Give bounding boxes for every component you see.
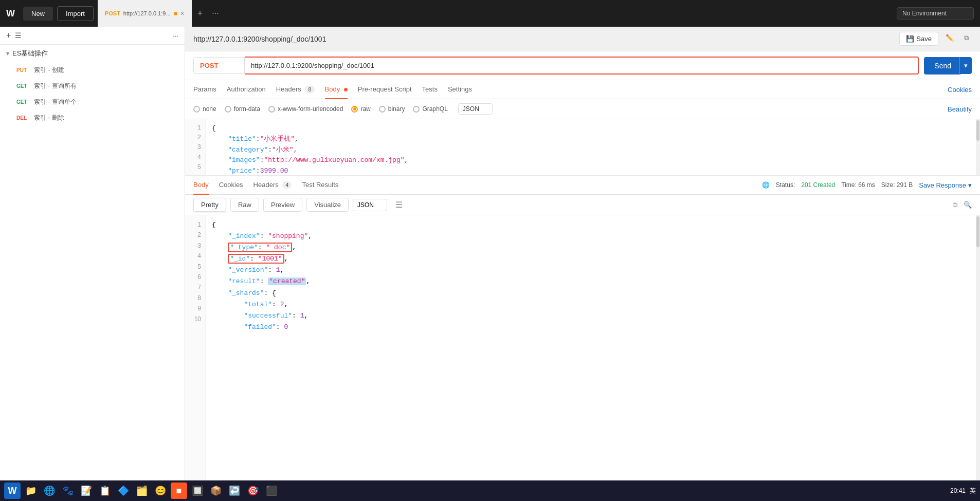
resp-line-10: "failed": 0 xyxy=(212,322,970,333)
copy-response-icon[interactable]: ⧉ xyxy=(953,201,957,209)
collection-item[interactable]: ▾ ES基础操作 xyxy=(0,45,185,62)
sidebar-item-put-index[interactable]: PUT 索引 - 创建 xyxy=(0,62,185,78)
radio-form-data xyxy=(225,106,231,113)
response-code: 12345 678910 { "_index": "shopping", "_t… xyxy=(185,215,980,480)
code-line-4: "images":"http://www.gulixueyuan.com/xm.… xyxy=(212,155,970,166)
format-pretty-button[interactable]: Pretty xyxy=(193,198,226,212)
sidebar-add-button[interactable]: + xyxy=(6,31,11,40)
response-format-row: Pretty Raw Preview Visualize JSON ☰ ⧉ 🔍 xyxy=(185,195,980,215)
taskbar-icon-app11[interactable]: 🎯 xyxy=(245,483,261,499)
body-format-select[interactable]: JSON xyxy=(458,103,493,115)
resp-line-4: "_id": "1001", xyxy=(212,253,970,265)
method-label-get: GET xyxy=(16,99,31,105)
resp-line-2: "_index": "shopping", xyxy=(212,231,970,242)
save-button[interactable]: 💾 Save xyxy=(899,32,938,46)
resp-line-6: "result": "created", xyxy=(212,276,970,287)
resp-scrollbar-thumb xyxy=(976,216,979,247)
format-visualize-button[interactable]: Visualize xyxy=(306,198,349,212)
body-type-raw[interactable]: raw xyxy=(351,105,370,113)
response-format-select[interactable]: JSON xyxy=(353,199,387,211)
send-dropdown-button[interactable]: ▾ xyxy=(959,57,972,74)
response-scrollbar[interactable] xyxy=(976,215,980,480)
editor-scrollbar[interactable] xyxy=(976,119,980,175)
sidebar-item-get-all[interactable]: GET 索引 - 查询所有 xyxy=(0,78,185,94)
sidebar-more-button[interactable]: ··· xyxy=(173,32,178,40)
resp-tab-cookies[interactable]: Cookies xyxy=(219,176,243,195)
code-line-5: "price":3999.00 xyxy=(212,166,970,175)
tab-params[interactable]: Params xyxy=(193,80,216,99)
highlighted-id: "_id": "1001" xyxy=(228,254,284,264)
taskbar-icon-app6[interactable]: 😊 xyxy=(152,483,169,499)
taskbar-icon-app9[interactable]: 📦 xyxy=(208,483,224,499)
tab-url: http://127.0.0.1:9... xyxy=(123,10,171,16)
tab-headers[interactable]: Headers 8 xyxy=(276,80,315,99)
tab-prerequest[interactable]: Pre-request Script xyxy=(358,80,412,99)
method-select[interactable]: POST xyxy=(193,57,245,74)
tab-more-button[interactable]: ··· xyxy=(208,9,223,18)
copy-icon[interactable]: ⧉ xyxy=(961,32,972,46)
taskbar-icon-folder[interactable]: 📁 xyxy=(23,483,39,499)
result-highlight: "created" xyxy=(268,277,306,285)
url-input[interactable] xyxy=(245,57,919,75)
body-type-none[interactable]: none xyxy=(193,105,216,113)
body-type-graphql[interactable]: GraphQL xyxy=(413,105,447,113)
import-button[interactable]: Import xyxy=(57,6,94,21)
environment-select[interactable]: No Environment xyxy=(897,7,974,20)
body-type-binary[interactable]: binary xyxy=(379,105,405,113)
send-button[interactable]: Send xyxy=(924,57,961,75)
taskbar-icon-app8[interactable]: 🔲 xyxy=(189,483,206,499)
search-response-icon[interactable]: 🔍 xyxy=(964,201,972,209)
tab-body[interactable]: Body xyxy=(325,80,348,99)
resp-tab-test-results[interactable]: Test Results xyxy=(302,176,338,195)
tab-modified-dot xyxy=(174,12,177,15)
collection-name: ES基础操作 xyxy=(12,49,48,58)
taskbar-icon-chrome[interactable]: 🌐 xyxy=(41,483,58,499)
time-label: Time: 66 ms xyxy=(841,181,875,189)
cookies-link[interactable]: Cookies xyxy=(948,86,972,94)
resp-line-8: "total": 2, xyxy=(212,299,970,310)
taskbar-icon-app4[interactable]: 🔷 xyxy=(115,483,132,499)
request-body-editor[interactable]: 12345 { "title":"小米手机", "category":"小米",… xyxy=(185,119,980,176)
taskbar-icon-app2[interactable]: 📝 xyxy=(78,483,95,499)
taskbar-icon-app7[interactable]: ■ xyxy=(171,483,187,499)
request-tab[interactable]: POST http://127.0.0.1:9... × xyxy=(98,0,192,27)
tab-authorization[interactable]: Authorization xyxy=(227,80,266,99)
format-raw-button[interactable]: Raw xyxy=(230,198,259,212)
tab-tests[interactable]: Tests xyxy=(422,80,438,99)
taskbar: W 📁 🌐 🐾 📝 📋 🔷 🗂️ 😊 ■ 🔲 📦 ↩️ 🎯 ⬛ 20:41 英 xyxy=(0,480,980,501)
resp-filter-icon[interactable]: ☰ xyxy=(395,200,403,210)
resp-tab-headers[interactable]: Headers 4 xyxy=(253,176,292,195)
taskbar-right: 20:41 英 xyxy=(950,487,976,495)
line-numbers: 12345 xyxy=(185,119,206,175)
edit-icon[interactable]: ✏️ xyxy=(942,32,957,46)
beautify-button[interactable]: Beautify xyxy=(948,105,972,113)
new-button[interactable]: New xyxy=(23,7,53,21)
response-area: Body Cookies Headers 4 Test Results 🌐 St… xyxy=(185,176,980,480)
status-info: 🌐 Status: 201 Created Time: 66 ms Size: … xyxy=(758,181,972,189)
new-tab-button[interactable]: + xyxy=(192,8,208,19)
tab-close-icon[interactable]: × xyxy=(180,9,185,17)
resp-line-3: "_type": "_doc", xyxy=(212,242,970,253)
body-type-urlencoded[interactable]: x-www-form-urlencoded xyxy=(268,105,343,113)
taskbar-icon-app3[interactable]: 📋 xyxy=(97,483,113,499)
taskbar-icon-terminal[interactable]: ⬛ xyxy=(263,483,280,499)
radio-raw xyxy=(351,106,358,113)
tab-settings[interactable]: Settings xyxy=(448,80,472,99)
sidebar-filter-button[interactable]: ☰ xyxy=(15,31,22,40)
sidebar-item-get-single[interactable]: GET 索引 - 查询单个 xyxy=(0,94,185,110)
url-display: http://127.0.0.1:9200/shopping/_doc/1001 xyxy=(193,35,326,43)
code-content[interactable]: { "title":"小米手机", "category":"小米", "imag… xyxy=(206,119,976,175)
tab-bar: POST http://127.0.0.1:9... × + ··· xyxy=(98,0,893,27)
response-tabs-row: Body Cookies Headers 4 Test Results 🌐 St… xyxy=(185,176,980,195)
taskbar-icon-app1[interactable]: 🐾 xyxy=(60,483,76,499)
taskbar-time: 20:41 xyxy=(950,487,966,494)
format-preview-button[interactable]: Preview xyxy=(263,198,302,212)
sidebar-item-del[interactable]: DEL 索引 - 删除 xyxy=(0,110,185,126)
taskbar-icon-app10[interactable]: ↩️ xyxy=(226,483,243,499)
save-response-button[interactable]: Save Response ▾ xyxy=(919,181,972,189)
taskbar-icon-w[interactable]: W xyxy=(4,483,21,499)
taskbar-icon-app5[interactable]: 🗂️ xyxy=(134,483,150,499)
resp-line-7: "_shards": { xyxy=(212,288,970,299)
resp-tab-body[interactable]: Body xyxy=(193,176,209,195)
body-type-form-data[interactable]: form-data xyxy=(225,105,260,113)
